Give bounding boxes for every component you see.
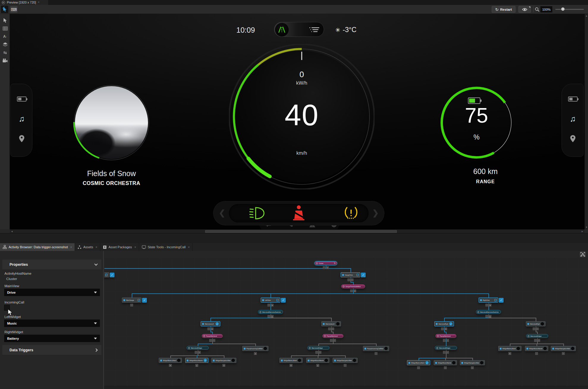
node-expander-badges[interactable]: - [535, 352, 538, 355]
node-status-dot[interactable] [298, 359, 301, 362]
node-expander-badge[interactable]: ▫ [446, 351, 449, 354]
node-expander-badges[interactable]: ·▫ [328, 328, 334, 330]
node-expander-badge[interactable]: · [328, 328, 331, 330]
node-activation-toggle[interactable]: ✓ [142, 298, 147, 303]
node-expander-badge[interactable]: 1 [444, 328, 447, 330]
graph-node-widget-nav-r2[interactable]: WidgetNavigationMainlevel [551, 346, 576, 351]
graph-node-right-switcher[interactable]: MainviewMainviewSwitcher [476, 310, 501, 314]
node-expander-badges[interactable]: ·▴ [268, 315, 273, 318]
node-status-dot[interactable] [177, 359, 180, 362]
node-expander-badges[interactable]: ·▫ [534, 339, 540, 342]
main-view-dropdown[interactable]: Drive [4, 289, 100, 296]
node-expander-badge[interactable]: · [485, 315, 488, 318]
node-expander-badge[interactable]: · [348, 279, 350, 281]
node-expander-badge[interactable]: · [534, 339, 537, 342]
node-expander-badge[interactable]: - [375, 352, 378, 355]
node-checkbox[interactable]: ✓ [138, 299, 140, 301]
tab-state-tools[interactable]: State Tools - IncomingCall × [139, 243, 193, 251]
graph-node-mainview-widget-l1[interactable]: MainviewWidget [187, 346, 209, 350]
tab-activity-browser[interactable]: Activity Browser: Data trigger-screensho… [0, 243, 75, 251]
graph-node-gauge-thresholds[interactable]: GaugeThresholdsMod [341, 284, 365, 288]
node-expander-badges[interactable]: ▫ [444, 366, 447, 369]
node-expander-badge[interactable]: 1 [211, 328, 213, 330]
graph-node-mainview-right-1[interactable]: MainviewRight✓ [434, 321, 454, 326]
node-status-dot[interactable] [336, 322, 339, 325]
node-expander-badge[interactable]: ▾ [169, 364, 172, 367]
graph-node-widget-music-r2[interactable]: WidgetMusicMainlevel [525, 346, 548, 351]
node-expander-badges[interactable]: - [375, 352, 378, 355]
node-status-dot[interactable] [571, 347, 574, 350]
node-status-dot[interactable] [232, 359, 235, 362]
graph-node-mainview-widget-r1[interactable]: MainviewWidget [435, 346, 457, 350]
graph-node-popup-mainlevel-left2[interactable]: PopupMainlevel [323, 334, 343, 338]
graph-node-widget-battery-r2[interactable]: WidgetBatteryMainlevel [498, 346, 521, 351]
node-expander-badges[interactable]: ·▫ [348, 279, 353, 281]
music-side-icon[interactable]: ♫ [562, 114, 584, 124]
node-expander-badges[interactable]: - [131, 304, 133, 306]
node-expander-badge[interactable]: · [485, 304, 488, 306]
graph-node-mainview-right-2[interactable]: MainviewRight [526, 321, 545, 326]
graph-node-widget-battery-l1[interactable]: WidgetBatteryMainlevel [159, 358, 182, 363]
node-expander-badges[interactable]: ▴ [196, 364, 198, 367]
graph-node-left-switcher[interactable]: MainviewMainviewSwitcher [258, 310, 283, 314]
node-expander-badges[interactable]: - [344, 364, 347, 367]
node-expander-badge[interactable]: · [350, 290, 353, 292]
chevron-left-icon[interactable]: ❮ [219, 208, 225, 218]
node-status-dot[interactable] [325, 359, 328, 362]
node-status-dot[interactable] [541, 322, 544, 325]
node-expander-badge[interactable]: ▫ [333, 339, 336, 342]
node-expander-badge[interactable]: ◂ [489, 304, 491, 306]
toggle-knob[interactable] [275, 23, 289, 37]
zoom-level-field[interactable]: 100% [540, 6, 552, 12]
fit-to-view-button[interactable] [580, 252, 586, 257]
node-expander-badge[interactable]: ▫ [351, 279, 353, 281]
node-expander-badge[interactable]: ◂ [223, 364, 225, 367]
node-status-dot[interactable] [384, 347, 388, 350]
graph-node-gauge-view[interactable]: GaugeView✓ [341, 272, 360, 277]
node-expander-badge[interactable]: ▫ [331, 328, 334, 330]
node-expander-badges[interactable]: ·▫ [533, 328, 539, 330]
node-expander-badges[interactable]: ▪ [471, 366, 474, 369]
node-active-check[interactable]: ✓ [216, 322, 219, 325]
node-expander-badges[interactable]: ▾ [509, 352, 511, 355]
node-status-dot[interactable] [480, 361, 483, 364]
pointer-tool-button[interactable] [1, 6, 8, 13]
node-expander-badges[interactable]: ▴ [317, 364, 319, 367]
graph-node-hidden-left[interactable]: ✓ [104, 272, 109, 277]
node-expander-badges[interactable]: ◂ [254, 352, 257, 355]
node-expander-badges[interactable]: ·1 [441, 328, 447, 330]
text-sort-icon[interactable]: A↓ [2, 34, 8, 39]
location-side-icon[interactable] [562, 135, 584, 142]
graph-node-widget-nav-l1[interactable]: WidgetNavigationMainlevel [211, 358, 236, 363]
node-expander-badge[interactable]: ▫ [537, 339, 540, 342]
node-expander-badge[interactable]: ▴ [317, 364, 319, 367]
restart-button[interactable]: ↻ Restart [492, 6, 515, 13]
node-checkbox[interactable]: ✓ [105, 274, 108, 276]
music-side-icon[interactable]: ♫ [11, 114, 33, 124]
table-view-icon[interactable] [2, 26, 8, 31]
node-status-dot[interactable] [353, 359, 356, 362]
node-active-check[interactable]: ✓ [204, 359, 207, 362]
node-expander-badge[interactable]: ▴ [489, 315, 491, 318]
node-expander-badges[interactable]: ·◂ [485, 304, 491, 306]
right-widget-dropdown[interactable]: Battery [4, 335, 100, 342]
node-activation-toggle[interactable]: ✓ [361, 273, 366, 277]
zoom-slider-track[interactable] [555, 9, 584, 10]
close-icon[interactable]: × [134, 246, 136, 249]
video-camera-icon[interactable] [2, 58, 8, 64]
node-activation-toggle[interactable]: ✓ [499, 298, 504, 303]
chevron-right-icon[interactable]: ❯ [372, 208, 379, 218]
graph-node-popup-mainlevel-left1[interactable]: PopupMainlevel [202, 334, 223, 338]
node-refresh-icon[interactable]: ↻ [334, 262, 336, 265]
node-expander-badge[interactable]: ▴ [196, 364, 198, 367]
node-expander-badge[interactable]: ▪ [471, 366, 474, 369]
graph-node-widget-music-r1[interactable]: WidgetMusicMainlevel [434, 360, 457, 365]
graph-node-popup-mainlevel-right1[interactable]: PopupMainlevel [436, 334, 456, 338]
visibility-button[interactable] [518, 6, 531, 13]
data-triggers-section-header[interactable]: Data Triggers [2, 345, 101, 355]
swap-connections-icon[interactable]: ⇆ [2, 50, 8, 56]
graph-node-right-view[interactable]: RightView✓ [479, 298, 498, 303]
layers-icon[interactable] [2, 42, 8, 48]
node-expander-badges[interactable]: ·1 [350, 290, 356, 292]
drive-mode-toggle[interactable] [274, 22, 324, 37]
